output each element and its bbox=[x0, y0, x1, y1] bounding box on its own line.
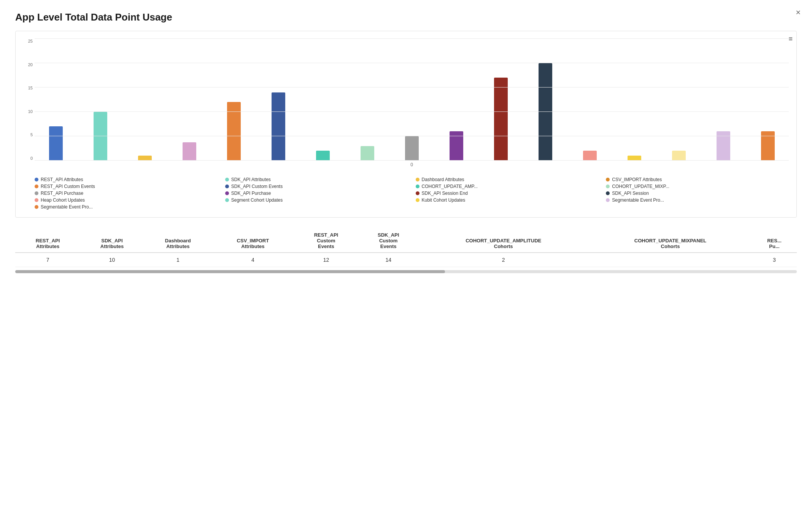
bar-group-kubit bbox=[613, 39, 655, 161]
legend-item-sdk-purchase: SDK_API Purchase bbox=[225, 191, 408, 196]
legend-label-rest-api-attr: REST_API Attributes bbox=[41, 177, 83, 182]
y-label-15: 15 bbox=[19, 86, 33, 90]
legend-dot-sdk-api-events bbox=[225, 185, 229, 188]
legend-dot-sdk-session-end bbox=[416, 191, 420, 195]
bar-sdk-purchase bbox=[450, 131, 463, 161]
legend-item-csv-import-attr: CSV_IMPORT Attributes bbox=[606, 177, 789, 182]
legend-item-cohort-amp: COHORT_UPDATE_AMP... bbox=[416, 184, 599, 189]
legend-label-cohort-amp: COHORT_UPDATE_AMP... bbox=[422, 184, 478, 189]
legend-dot-rest-api-events bbox=[35, 185, 38, 188]
chart-container: ≡ 0 5 10 15 20 25 bbox=[15, 31, 797, 218]
legend-label-rest-api-events: REST_API Custom Events bbox=[41, 184, 95, 189]
bar-group-cohort-amp bbox=[302, 39, 344, 161]
bar-group-heap-cohort bbox=[569, 39, 611, 161]
bar-seg-pro bbox=[761, 131, 775, 161]
legend-dot-sdk-purchase bbox=[225, 191, 229, 195]
cell-rest-api-attr: 7 bbox=[15, 253, 80, 267]
legend-item-cohort-mixp: COHORT_UPDATE_MIXP... bbox=[606, 184, 789, 189]
cell-rest-custom-events: 12 bbox=[294, 253, 359, 267]
page-title: App Level Total Data Point Usage bbox=[15, 11, 797, 23]
legend-dot-dashboard-attr bbox=[416, 178, 420, 181]
cell-cohort-amp: 2 bbox=[418, 253, 589, 267]
legend-dot-rest-purchase bbox=[35, 191, 38, 195]
legend-dot-cohort-amp bbox=[416, 185, 420, 188]
close-button[interactable]: × bbox=[796, 8, 801, 18]
y-label-25: 25 bbox=[19, 39, 33, 43]
bars-wrapper bbox=[35, 39, 789, 161]
legend-label-kubit: Kubit Cohort Updates bbox=[422, 197, 466, 203]
table-row: 7 10 1 4 12 14 2 3 bbox=[15, 253, 797, 267]
legend-label-segment-cohort: Segment Cohort Updates bbox=[231, 197, 283, 203]
legend-dot-cohort-mixp bbox=[606, 185, 610, 188]
legend-item-segment-cohort: Segment Cohort Updates bbox=[225, 197, 408, 203]
legend-dot-heap-cohort bbox=[35, 198, 38, 202]
bar-seg-event bbox=[672, 151, 686, 161]
legend-dot-seg-pro bbox=[35, 205, 38, 209]
col-header-rest-custom-events: REST_APICustomEvents bbox=[294, 229, 359, 253]
col-header-cohort-mixp: COHORT_UPDATE_MIXPANELCohorts bbox=[589, 229, 752, 253]
bar-group-cohort-mixp bbox=[346, 39, 388, 161]
legend-item-sdk-api-events: SDK_API Custom Events bbox=[225, 184, 408, 189]
legend-item-rest-api-events: REST_API Custom Events bbox=[35, 184, 218, 189]
legend-dot-segment-cohort bbox=[225, 198, 229, 202]
bar-group-csv-import-attr bbox=[168, 39, 210, 161]
legend-label-seg-pro: Segmentable Event Pro... bbox=[41, 204, 93, 210]
legend-label-sdk-api-events: SDK_API Custom Events bbox=[231, 184, 283, 189]
bar-group-sdk-purchase bbox=[435, 39, 477, 161]
legend-label-csv-import2: Segmentable Event Pro... bbox=[612, 197, 664, 203]
legend-dot-rest-api-attr bbox=[35, 178, 38, 181]
x-axis-zero: 0 bbox=[35, 162, 789, 167]
bar-rest-api-attr bbox=[49, 126, 63, 161]
legend-item-rest-purchase: REST_API Purchase bbox=[35, 191, 218, 196]
cell-cohort-mixp bbox=[589, 253, 752, 267]
legend-item-dashboard-attr: Dashboard Attributes bbox=[416, 177, 599, 182]
bar-group-sdk-api-attr bbox=[79, 39, 121, 161]
bar-group-sdk-api-events bbox=[257, 39, 299, 161]
chart-area: 0 5 10 15 20 25 bbox=[35, 39, 789, 161]
y-axis: 0 5 10 15 20 25 bbox=[19, 39, 33, 161]
legend-item-seg-pro: Segmentable Event Pro... bbox=[35, 204, 218, 210]
legend-dot-kubit bbox=[416, 198, 420, 202]
cell-rest-purchase: 3 bbox=[752, 253, 797, 267]
col-header-cohort-amp: COHORT_UPDATE_AMPLITUDECohorts bbox=[418, 229, 589, 253]
legend-dot-csv-import-attr bbox=[606, 178, 610, 181]
cell-sdk-api-attr: 10 bbox=[80, 253, 144, 267]
legend-label-sdk-purchase: SDK_API Purchase bbox=[231, 191, 271, 196]
y-label-0: 0 bbox=[19, 156, 33, 161]
bar-rest-api-events bbox=[227, 102, 241, 161]
y-label-5: 5 bbox=[19, 132, 33, 137]
bar-cohort-amp bbox=[316, 151, 330, 161]
col-header-sdk-custom-events: SDK_APICustomEvents bbox=[359, 229, 418, 253]
cell-csv-import-attr: 4 bbox=[212, 253, 294, 267]
legend-item-sdk-session: SDK_API Session bbox=[606, 191, 789, 196]
cell-dashboard-attr: 1 bbox=[144, 253, 212, 267]
legend-item-sdk-session-end: SDK_API Session End bbox=[416, 191, 599, 196]
horizontal-scrollbar[interactable] bbox=[15, 270, 797, 273]
hamburger-icon[interactable]: ≡ bbox=[788, 35, 793, 43]
bar-group-sdk-session-end bbox=[480, 39, 522, 161]
col-header-dashboard-attr: DashboardAttributes bbox=[144, 229, 212, 253]
data-table: REST_APIAttributes SDK_APIAttributes Das… bbox=[15, 229, 797, 267]
bar-group-rest-api-events bbox=[213, 39, 255, 161]
legend-label-sdk-api-attr: SDK_API Attributes bbox=[231, 177, 271, 182]
bar-kubit bbox=[628, 156, 641, 161]
bar-sdk-session-end bbox=[494, 78, 508, 161]
legend-label-heap-cohort: Heap Cohort Updates bbox=[41, 197, 85, 203]
legend-label-cohort-mixp: COHORT_UPDATE_MIXP... bbox=[612, 184, 669, 189]
bar-csv-import-attr bbox=[183, 142, 196, 161]
bar-group-seg-pro bbox=[747, 39, 789, 161]
bar-sdk-session bbox=[539, 63, 552, 161]
y-label-10: 10 bbox=[19, 109, 33, 114]
legend-label-dashboard-attr: Dashboard Attributes bbox=[422, 177, 464, 182]
bar-dashboard-attr bbox=[138, 156, 152, 161]
legend-dot-sdk-api-attr bbox=[225, 178, 229, 181]
bar-group-sdk-session bbox=[524, 39, 566, 161]
bar-sdk-api-attr bbox=[94, 112, 107, 161]
bar-group-rest-api-attr bbox=[35, 39, 77, 161]
legend-item-heap-cohort: Heap Cohort Updates bbox=[35, 197, 218, 203]
legend-item-rest-api-attr: REST_API Attributes bbox=[35, 177, 218, 182]
y-label-20: 20 bbox=[19, 62, 33, 67]
bar-group-rest-purchase bbox=[391, 39, 433, 161]
legend-dot-csv-import2 bbox=[606, 198, 610, 202]
scrollbar-thumb[interactable] bbox=[15, 270, 445, 273]
